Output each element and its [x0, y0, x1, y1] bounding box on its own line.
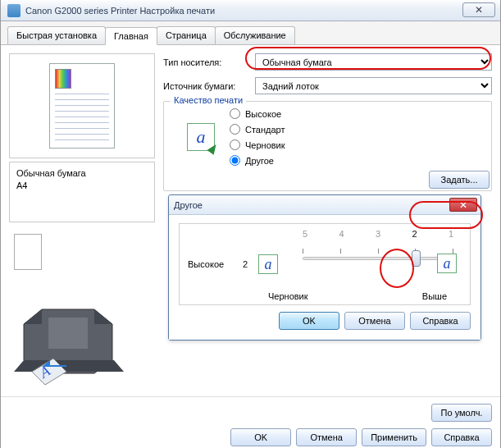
tab-quick-setup[interactable]: Быстрая установка [7, 26, 106, 44]
slider-current-value: 2 [237, 259, 253, 269]
close-icon: ✕ [459, 199, 467, 211]
slider-scale-labels: 5 4 3 2 1 [303, 229, 453, 239]
dialog-close-button[interactable]: ✕ [449, 198, 477, 212]
defaults-button[interactable]: По умолч. [431, 404, 492, 422]
dialog-title: Другое [174, 200, 203, 210]
slider-high-icon: a [437, 254, 457, 273]
dialog-ok-button[interactable]: OK [279, 312, 339, 330]
window-close-button[interactable]: ✕ [462, 2, 495, 17]
slider-thumb[interactable] [412, 250, 421, 267]
window-title: Canon G2000 series Printer Настройка печ… [25, 6, 215, 16]
slider-below-left: Черновик [268, 291, 308, 301]
media-type-label: Тип носителя: [163, 57, 255, 67]
quality-letter-icon: a [187, 123, 215, 151]
media-info: Обычная бумага A4 [9, 162, 155, 222]
preview-box [9, 53, 155, 158]
dialog-titlebar: Другое ✕ [169, 195, 481, 215]
titlebar: Canon G2000 series Printer Настройка печ… [1, 0, 500, 21]
color-swatch-icon [55, 69, 71, 89]
paper-source-select[interactable]: Задний лоток [255, 77, 492, 94]
quality-legend: Качество печати [171, 95, 246, 105]
page-thumbnail [49, 63, 115, 149]
quality-group: Качество печати a Высокое Стандарт Черно… [163, 101, 492, 191]
slider-below-right: Выше [422, 291, 447, 301]
radio-custom[interactable]: Другое [230, 155, 285, 166]
media-size-text: A4 [16, 180, 148, 192]
tab-strip: Быстрая установка Главная Страница Обслу… [1, 21, 500, 45]
radio-draft[interactable]: Черновик [230, 139, 285, 150]
tab-page[interactable]: Страница [157, 26, 216, 44]
app-icon [7, 4, 20, 17]
radio-standard[interactable]: Стандарт [230, 124, 285, 135]
media-type-select[interactable]: Обычная бумага [255, 53, 492, 71]
small-page-icon [14, 234, 42, 270]
paper-source-label: Источник бумаги: [163, 81, 255, 91]
apply-button[interactable]: Применить [362, 428, 426, 446]
ok-button[interactable]: OK [230, 428, 291, 446]
set-custom-button[interactable]: Задать... [429, 171, 490, 189]
cancel-button[interactable]: Отмена [296, 428, 357, 446]
tab-maintenance[interactable]: Обслуживание [215, 26, 295, 44]
dialog-cancel-button[interactable]: Отмена [344, 312, 405, 330]
help-button[interactable]: Справка [431, 428, 492, 446]
radio-high[interactable]: Высокое [230, 108, 285, 119]
media-type-text: Обычная бумага [16, 167, 148, 180]
tab-main[interactable]: Главная [105, 27, 157, 45]
custom-quality-dialog: Другое ✕ 5 4 3 2 1 [168, 194, 481, 341]
slider-left-label: Высокое [188, 259, 237, 269]
slider-low-icon: a [258, 254, 278, 274]
quality-slider-area: 5 4 3 2 1 Высокое 2 a a Чернов [179, 223, 471, 305]
quality-slider[interactable] [303, 257, 453, 260]
svg-rect-0 [48, 318, 88, 349]
dialog-help-button[interactable]: Справка [410, 312, 471, 330]
close-icon: ✕ [475, 4, 483, 16]
printer-illustration: A [9, 281, 148, 388]
